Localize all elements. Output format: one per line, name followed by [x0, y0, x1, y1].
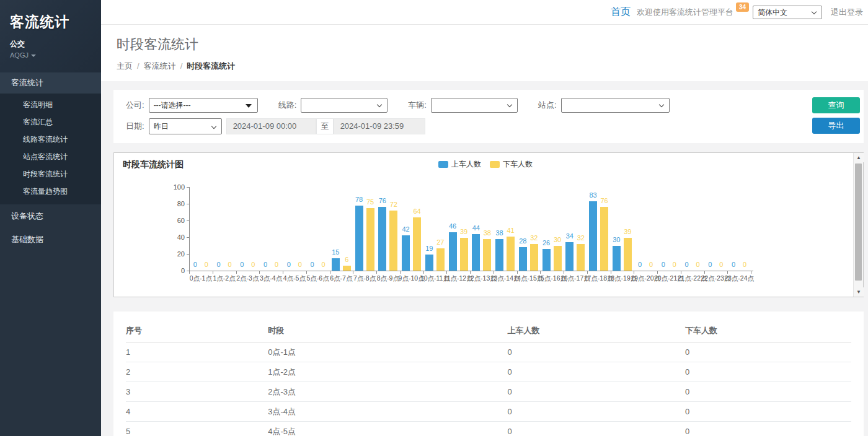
bar-下车人数-7	[366, 208, 374, 271]
x-tick-mark	[727, 271, 728, 274]
line-select[interactable]	[301, 98, 388, 113]
date-label: 日期:	[126, 121, 144, 132]
bar-上车人数-17	[589, 201, 597, 271]
x-tick-mark	[423, 271, 424, 274]
bar-value-label: 15	[332, 248, 339, 256]
org-name: 公交	[10, 39, 91, 50]
scrollbar-thumb[interactable]	[855, 164, 862, 281]
export-button[interactable]: 导出	[812, 118, 860, 134]
logout-link[interactable]: 退出登录	[831, 7, 863, 18]
y-tick-label: 0	[169, 267, 185, 274]
bar-value-label: 41	[507, 227, 515, 234]
table-cell: 0	[507, 362, 685, 382]
x-category-label: 8点-9点	[377, 274, 399, 283]
scroll-down-icon[interactable]: ▼	[854, 287, 864, 297]
table-cell: 5	[126, 422, 268, 436]
org-code-dropdown[interactable]: AQGJ	[10, 51, 91, 59]
x-tick-mark	[259, 271, 260, 274]
bar-上车人数-15	[542, 249, 551, 271]
x-tick-mark	[681, 271, 681, 274]
sidebar-item-0-0[interactable]: 客流明细	[0, 96, 101, 113]
bar-上车人数-8	[378, 207, 386, 271]
x-tick-mark	[751, 271, 751, 274]
sidebar-section-2[interactable]: 基础数据	[0, 228, 101, 251]
sidebar-submenu: 客流明细客流汇总线路客流统计站点客流统计时段客流统计客流量趋势图	[0, 94, 101, 204]
y-tick-label: 80	[169, 200, 185, 207]
sidebar-item-0-1[interactable]: 客流汇总	[0, 113, 101, 131]
x-tick-mark	[306, 271, 307, 274]
sidebar-section-0[interactable]: 客流统计	[0, 72, 101, 94]
bar-value-label: 0	[638, 261, 642, 268]
y-tick-label: 60	[169, 217, 185, 224]
notification-badge[interactable]: 34	[736, 2, 749, 12]
bar-value-label: 30	[554, 236, 561, 243]
bar-下车人数-16	[577, 244, 585, 271]
org-code-label: AQGJ	[10, 51, 29, 59]
breadcrumb-home[interactable]: 主页	[117, 61, 133, 71]
table-row: 54点-5点00	[126, 422, 851, 436]
sidebar-section-1[interactable]: 设备状态	[0, 204, 101, 228]
bar-value-label: 0	[732, 261, 735, 268]
x-category-label: 5点-6点	[307, 274, 329, 283]
bar-value-label: 0	[685, 261, 689, 268]
bar-value-label: 0	[193, 261, 197, 268]
table-cell: 0点-1点	[268, 342, 507, 362]
date-preset-select[interactable]: 昨日	[149, 118, 222, 134]
date-end-input[interactable]: 2024-01-09 23:59	[334, 118, 425, 134]
company-label: 公司:	[126, 100, 144, 111]
sidebar-item-0-2[interactable]: 线路客流统计	[0, 131, 101, 148]
table-cell: 0	[685, 382, 851, 402]
bar-chart: 020406080100000点-1点001点-2点002点-3点003点-4点…	[114, 153, 853, 297]
table-cell: 0	[685, 362, 851, 382]
bar-value-label: 0	[696, 261, 700, 268]
bar-value-label: 39	[624, 228, 631, 235]
y-tick-mark	[187, 220, 189, 221]
bar-value-label: 6	[345, 256, 348, 263]
x-tick-mark	[611, 271, 611, 274]
x-tick-mark	[540, 271, 541, 274]
bar-value-label: 34	[566, 232, 574, 240]
bar-value-label: 0	[205, 261, 208, 268]
table-cell: 0	[685, 402, 851, 422]
table-row: 21点-2点00	[126, 362, 851, 382]
chart-vertical-scrollbar[interactable]: ▲ ▼	[853, 153, 863, 297]
table-cell: 2	[126, 362, 268, 382]
x-category-label: 0点-1点	[190, 274, 212, 283]
bar-value-label: 75	[366, 198, 374, 206]
bar-value-label: 0	[322, 261, 326, 268]
bar-value-label: 0	[217, 261, 221, 268]
table-panel: 序号时段上车人数下车人数 10点-1点0021点-2点0032点-3点0043点…	[113, 312, 864, 436]
sidebar-item-0-4[interactable]: 时段客流统计	[0, 165, 101, 183]
bar-value-label: 0	[240, 261, 244, 268]
vehicle-label: 车辆:	[408, 100, 427, 111]
bar-上车人数-10	[425, 255, 433, 271]
x-category-label: 4点-5点	[283, 274, 306, 283]
query-button[interactable]: 查询	[812, 97, 860, 113]
sidebar-item-0-3[interactable]: 站点客流统计	[0, 148, 101, 165]
bar-value-label: 30	[613, 236, 620, 243]
y-tick-label: 100	[169, 183, 185, 191]
table-header-row: 序号时段上车人数下车人数	[126, 319, 851, 342]
date-start-input[interactable]: 2024-01-09 00:00	[226, 118, 316, 134]
company-value: ---请选择---	[154, 101, 191, 110]
bar-下车人数-9	[413, 217, 421, 271]
scroll-up-icon[interactable]: ▲	[854, 153, 864, 162]
bar-value-label: 26	[542, 239, 550, 246]
y-axis-line	[189, 187, 190, 271]
x-tick-mark	[446, 271, 447, 274]
home-link[interactable]: 首页	[611, 6, 631, 19]
x-category-label: 23点-24点	[724, 274, 754, 283]
vehicle-select[interactable]	[431, 98, 518, 113]
bar-下车人数-13	[507, 237, 515, 271]
bar-上车人数-13	[495, 239, 503, 271]
chevron-down-icon	[812, 9, 817, 14]
company-select[interactable]: ---请选择---	[149, 98, 258, 113]
sidebar-item-0-5[interactable]: 客流量趋势图	[0, 183, 101, 200]
table-header-0: 序号	[126, 319, 268, 342]
chart-panel: 时段车流统计图 上车人数 下车人数 020406080100000点-1点001…	[113, 152, 864, 297]
language-select[interactable]: 简体中文	[753, 6, 822, 19]
breadcrumb-parent[interactable]: 客流统计	[144, 61, 176, 71]
x-category-label: 6点-7点	[330, 274, 352, 283]
station-select[interactable]	[561, 98, 670, 113]
language-value: 简体中文	[758, 8, 787, 17]
